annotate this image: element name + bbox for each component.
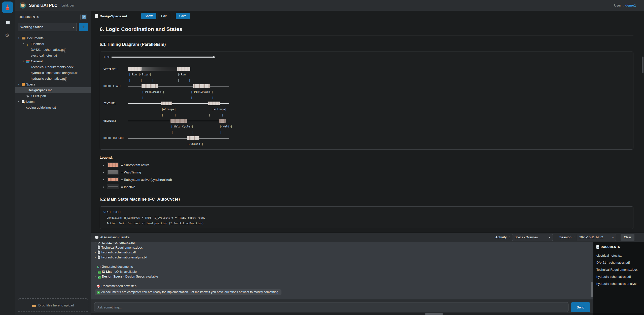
- diagram-row: |←Weld Cycle→||←Weld→|: [103, 124, 630, 129]
- tree-item-label: hydraulic schematics.pdf: [31, 76, 66, 81]
- tree-item[interactable]: ▾Specs: [15, 81, 91, 87]
- tree-item[interactable]: ▾Documents: [15, 35, 91, 41]
- legend-swatch-wrap: [107, 162, 119, 167]
- segment-solid: [208, 102, 220, 105]
- session-colon: :: [574, 236, 575, 239]
- segment-sync: [193, 84, 210, 88]
- expand-arrow-icon[interactable]: ▾: [18, 35, 22, 41]
- segment-solid: [128, 67, 141, 71]
- upload-dropzone[interactable]: Drop files here to upload: [18, 298, 88, 312]
- clear-button[interactable]: Clear: [621, 234, 634, 241]
- tree-item[interactable]: coding guidelines.txt: [15, 105, 91, 110]
- diagram-row: ||||: [103, 112, 630, 118]
- chat-documents-title: DOCUMENTS: [601, 245, 620, 248]
- activity-select[interactable]: Specs - Overview: [512, 234, 553, 241]
- diagram-row: CONVEYOR:: [103, 66, 630, 72]
- user-name-link[interactable]: demo1: [625, 4, 636, 7]
- add-project-button[interactable]: +: [79, 23, 88, 31]
- legend-item: = Subsystem active: [107, 162, 633, 167]
- speech-bubble-icon: [95, 236, 98, 239]
- diagram-label: CONVEYOR:: [103, 66, 118, 72]
- documents-panel-item[interactable]: electrical notes.txt: [596, 252, 641, 259]
- tree-item[interactable]: electrical notes.txt: [15, 53, 91, 58]
- left-rail: [0, 0, 15, 315]
- tree-item[interactable]: DA421 - schematics.pdf: [15, 47, 91, 53]
- legend-item: = Subsystem active (synchronized): [107, 177, 633, 182]
- documents-panel-item[interactable]: hydraulic schematics.pdf: [596, 273, 641, 280]
- chevron-down-icon: [73, 26, 74, 28]
- gear-icon: [5, 33, 10, 38]
- tree-item[interactable]: ▾Notes: [15, 99, 91, 105]
- chat-text: Recommended next step: [101, 284, 136, 288]
- tree-item[interactable]: ▾Electrical: [15, 41, 91, 47]
- diagram-annotation: |←Unload→|: [187, 141, 203, 147]
- chat-documents-panel: DOCUMENTS electrical notes.txtDA421 - sc…: [593, 242, 644, 315]
- tree-item-label: General: [31, 58, 43, 64]
- show-button[interactable]: Show: [141, 13, 156, 19]
- tree-item[interactable]: Technical Requirements.docx: [15, 64, 91, 70]
- tree-item-label: Electrical: [31, 41, 44, 47]
- diagram-row: |||: [103, 129, 630, 135]
- documents-panel-item[interactable]: hydraulic schematics-analysis…: [596, 280, 641, 287]
- tree-item-label: DesignSpecs.md: [28, 87, 52, 93]
- save-button[interactable]: Save: [176, 13, 190, 19]
- diagram-annotation: |←Run→|←Stop→|: [129, 72, 151, 77]
- folder-icon: [22, 37, 25, 39]
- legend-title: Legend:: [100, 156, 633, 159]
- horizontal-scrollbar-thumb[interactable]: [425, 313, 443, 315]
- documents-sidebar: DOCUMENTS Welding Station + ▾Documents▾E…: [15, 11, 91, 315]
- tree-item[interactable]: ▾General: [15, 58, 91, 64]
- rail-item-workstation[interactable]: [4, 20, 11, 26]
- expand-arrow-icon[interactable]: ▾: [18, 81, 22, 87]
- chat-input-row: Send: [91, 299, 593, 315]
- check-icon: [97, 291, 100, 294]
- expand-arrow-icon[interactable]: ▾: [23, 58, 26, 64]
- segment-sync: [141, 84, 158, 88]
- panel-divider: [596, 251, 641, 251]
- app-logo-button[interactable]: [2, 2, 13, 13]
- legend-item: = Wait/Timing: [107, 170, 633, 175]
- documents-panel-item[interactable]: Technical Requirements.docx: [596, 266, 641, 273]
- diagram-annotation: |←Weld→|: [220, 124, 232, 129]
- chat-bold-text: IO List: [102, 270, 112, 274]
- documents-panel-item[interactable]: DA421 - schematics.pdf: [596, 259, 641, 266]
- send-button[interactable]: Send: [571, 302, 590, 312]
- rail-item-settings[interactable]: [4, 32, 11, 38]
- legend-swatch-wrap: [107, 170, 119, 175]
- chat-text: - I/O list available: [112, 270, 137, 274]
- inbox-tray-icon: [32, 304, 36, 307]
- check-icon: [98, 276, 101, 279]
- chat-line: - IO List - I/O list available: [95, 269, 590, 275]
- expand-arrow-icon[interactable]: ▾: [23, 41, 26, 47]
- legend-swatch-wrap: [107, 184, 119, 189]
- document-file-name: DesignSpecs.md: [100, 14, 127, 18]
- expand-arrow-icon[interactable]: ▾: [18, 99, 22, 105]
- tree-item[interactable]: IO-list.json: [15, 93, 91, 99]
- diagram-row: WELDING:: [103, 118, 630, 124]
- tree-item-label: DA421 - schematics.pdf: [31, 47, 65, 53]
- diagram-tick: |: [192, 129, 194, 135]
- edit-button[interactable]: Edit: [158, 13, 170, 19]
- tree-item[interactable]: hydraulic schematics.pdf: [15, 76, 91, 81]
- timing-diagram-codeblock: TIMECONVEYOR:|←Run→|←Stop→||←Run→||||||R…: [100, 52, 633, 150]
- chat-input[interactable]: [94, 302, 568, 312]
- page-scrollbar-thumb[interactable]: [642, 57, 643, 73]
- assistant-panel: AI Assistant - Sandra Activity : Specs -…: [91, 233, 644, 315]
- diagram-tick: |: [142, 95, 144, 101]
- legend-item-text: = Subsystem active (synchronized): [121, 178, 172, 182]
- document-icon: [596, 245, 599, 249]
- sidebar-title: DOCUMENTS: [19, 15, 80, 19]
- tree-item[interactable]: hydraulic schematics-analysis.txt: [15, 70, 91, 76]
- chat-text: Generated documents: [102, 265, 133, 268]
- tree-item[interactable]: DesignSpecs.md: [15, 87, 91, 93]
- chat-line: - Technical Requirements.docx: [95, 245, 590, 250]
- session-select[interactable]: 2025-10-11 14:32: [577, 234, 616, 241]
- project-select[interactable]: Welding Station: [18, 23, 77, 31]
- sidebar-toggle-button[interactable]: [80, 14, 87, 20]
- document-toolbar: DesignSpecs.md ShowEditSave: [91, 11, 644, 21]
- diagram-row: ROBOT LOAD:: [103, 83, 630, 89]
- legend-list: = Subsystem active= Wait/Timing= Subsyst…: [101, 162, 633, 189]
- clipboard-icon: [98, 246, 100, 249]
- session-select-value: 2025-10-11 14:32: [579, 236, 603, 239]
- chat-scrollbar[interactable]: [591, 282, 593, 297]
